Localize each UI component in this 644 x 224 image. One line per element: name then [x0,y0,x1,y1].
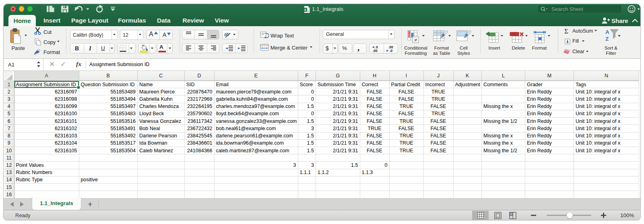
svg-text:.00: .00 [373,49,378,53]
svg-text:.0: .0 [390,49,392,53]
svg-text:A: A [605,29,609,35]
svg-text:≠: ≠ [414,37,417,43]
svg-text:x: x [304,8,306,12]
svg-text:Z: Z [605,36,609,42]
